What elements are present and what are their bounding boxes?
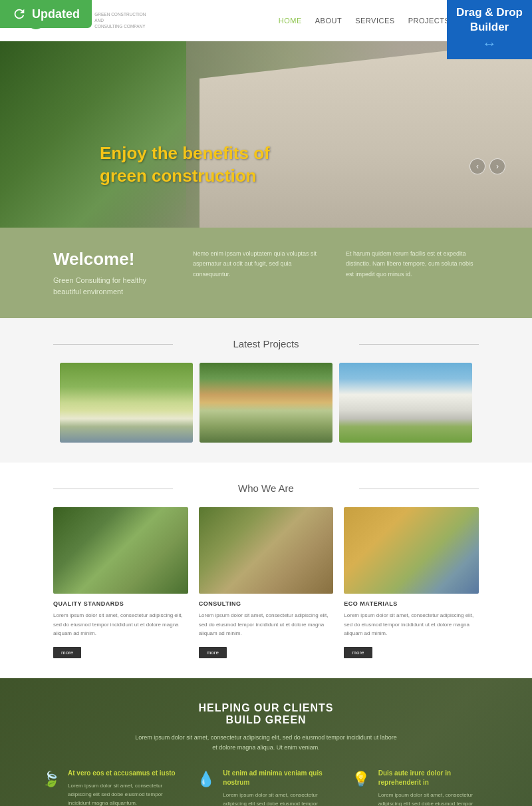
project-image-3 — [339, 363, 472, 443]
who-card-title-1: QUALITY STANDARDS — [53, 600, 188, 607]
helping-card-content-2: Ut enim ad minima veniam quis nostrum Lo… — [223, 769, 336, 806]
who-card-1: QUALITY STANDARDS Lorem ipsum dolor sit … — [53, 507, 188, 658]
who-image-3 — [344, 507, 479, 594]
helping-card-text-1: Lorem ipsum dolor sit amet, consectetur … — [68, 782, 182, 806]
hero-prev-button[interactable]: ‹ — [469, 158, 485, 174]
latest-projects-section: Latest Projects — [0, 318, 532, 463]
who-card-2: CONSULTING Lorem ipsum dolor sit amet, c… — [199, 507, 334, 658]
dnd-arrows-icon: ↔ — [456, 35, 523, 54]
projects-grid — [53, 363, 479, 443]
hero-content: Enjoy the benefits of green construction — [100, 142, 270, 188]
helping-card-2: 💧 Ut enim ad minima veniam quis nostrum … — [195, 769, 336, 806]
who-image-1 — [53, 507, 188, 594]
project-card-3[interactable] — [339, 363, 472, 443]
welcome-text1: Nemo enim ipsam voluptatem quia voluptas… — [193, 249, 326, 280]
helping-card-content-1: At vero eos et accusamus et iusto Lorem … — [68, 769, 182, 806]
who-more-btn-2[interactable]: more — [199, 647, 227, 658]
project-card-1[interactable] — [60, 363, 193, 443]
helping-card-title-2: Ut enim ad minima veniam quis nostrum — [223, 769, 336, 787]
who-card-text-3: Lorem ipsum dolor sit amet, consectetur … — [344, 611, 479, 638]
helping-icon-2: 💧 — [195, 769, 216, 790]
helping-card-title-1: At vero eos et accusamus et iusto — [68, 769, 182, 778]
who-we-are-section: Who We Are QUALITY STANDARDS Lorem ipsum… — [0, 463, 532, 678]
helping-card-text-3: Lorem ipsum dolor sit amet, consectetur … — [378, 791, 492, 806]
hero-arrows: ‹ › — [469, 158, 505, 174]
who-image-2 — [199, 507, 334, 594]
nav-services[interactable]: SERVICES — [355, 17, 394, 25]
nav-projects[interactable]: PROJECTS — [408, 17, 450, 25]
who-card-title-3: ECO MATERIALS — [344, 600, 479, 607]
helping-card-1: 🍃 At vero eos et accusamus et iusto Lore… — [40, 769, 182, 806]
dnd-line2: Builder — [470, 21, 509, 33]
who-more-btn-1[interactable]: more — [53, 647, 81, 658]
updated-badge: Updated — [0, 0, 92, 28]
updated-label: Updated — [32, 7, 80, 21]
helping-card-content-3: Duis aute irure dolor in reprehenderit i… — [378, 769, 492, 806]
helping-grid: 🍃 At vero eos et accusamus et iusto Lore… — [40, 769, 492, 806]
hero-section: Enjoy the benefits of green construction… — [0, 41, 532, 228]
who-more-btn-3[interactable]: more — [344, 647, 372, 658]
hero-title: Enjoy the benefits of green construction — [100, 142, 270, 188]
helping-card-text-2: Lorem ipsum dolor sit amet, consectetur … — [223, 791, 336, 806]
refresh-icon — [12, 7, 27, 21]
nav-about[interactable]: ABOUT — [315, 17, 342, 25]
helping-section: HELPING OUR CLIENTSBUILD GREEN Lorem ips… — [0, 678, 532, 806]
who-card-3: ECO MATERIALS Lorem ipsum dolor sit amet… — [344, 507, 479, 658]
welcome-title: Welcome! — [53, 249, 173, 270]
helping-icon-1: 🍃 — [40, 769, 61, 790]
welcome-text2: Et harum quidem rerum facilis est et exp… — [346, 249, 479, 280]
dnd-line1: Drag & Drop — [456, 6, 523, 19]
who-card-text-1: Lorem ipsum dolor sit amet, consectetur … — [53, 611, 188, 638]
welcome-subtitle: Green Consulting for healthy beautiful e… — [53, 275, 173, 297]
who-card-text-2: Lorem ipsum dolor sit amet, consectetur … — [199, 611, 334, 638]
hero-next-button[interactable]: › — [489, 158, 505, 174]
project-card-2[interactable] — [200, 363, 332, 443]
who-grid: QUALITY STANDARDS Lorem ipsum dolor sit … — [53, 507, 479, 658]
project-image-1 — [60, 363, 193, 443]
welcome-left: Welcome! Green Consulting for healthy be… — [53, 249, 173, 297]
who-card-title-2: CONSULTING — [199, 600, 334, 607]
latest-projects-title: Latest Projects — [53, 338, 479, 349]
helping-title: HELPING OUR CLIENTSBUILD GREEN — [40, 702, 492, 726]
logo-tagline: GREEN CONSTRUCTION ANDCONSULTING COMPANY — [94, 11, 154, 29]
helping-card-3: 💡 Duis aute irure dolor in reprehenderit… — [350, 769, 492, 806]
page-wrapper: Updated Drag & Drop Builder ↔ Gobo GREEN… — [0, 0, 532, 806]
who-we-are-title: Who We Are — [53, 483, 479, 494]
welcome-section: Welcome! Green Consulting for healthy be… — [0, 228, 532, 318]
project-image-2 — [200, 363, 332, 443]
nav-home[interactable]: HOME — [279, 17, 302, 25]
hero-plant-overlay — [0, 41, 186, 228]
helping-subtitle: Lorem ipsum dolor sit amet, consectetur … — [133, 733, 399, 753]
helping-card-title-3: Duis aute irure dolor in reprehenderit i… — [378, 769, 492, 787]
helping-icon-3: 💡 — [350, 769, 372, 790]
dnd-badge: Drag & Drop Builder ↔ — [447, 0, 532, 59]
